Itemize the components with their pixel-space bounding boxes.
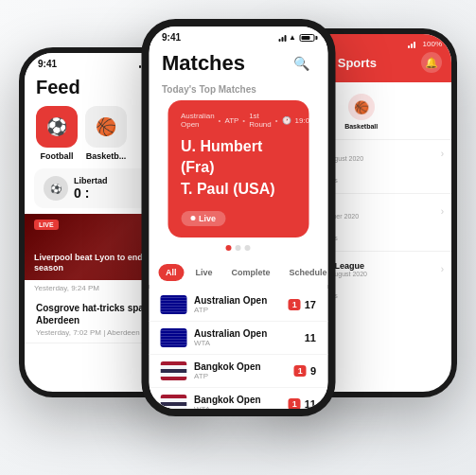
filter-schedule[interactable]: Schedule	[282, 264, 335, 281]
status-time-feed: 9:41	[38, 59, 57, 69]
flag-australia-1	[160, 295, 186, 314]
match-row[interactable]: Bangkok Open ATP 1 9	[149, 355, 327, 388]
match-info-4: Bangkok Open WTA	[194, 395, 281, 413]
tournament-1: Australian Open	[194, 295, 281, 306]
filter-tabs: All Live Complete Schedule	[149, 260, 327, 285]
tournament-2: Australian Open	[194, 328, 297, 339]
match-list: Australian Open ATP 1 17 Australian Open…	[149, 289, 327, 416]
match-row[interactable]: Australian Open ATP 1 17	[149, 289, 327, 322]
live-badge: LIVE	[34, 220, 59, 230]
matches-title: Matches	[162, 51, 245, 76]
filter-all[interactable]: All	[158, 264, 185, 281]
bell-icon[interactable]: 🔔	[421, 52, 442, 73]
basketball-label: Basketb...	[86, 151, 127, 161]
score-num-4: 11	[305, 398, 316, 410]
featured-players: U. Humbert (Fra) T. Paul (USA)	[181, 136, 295, 200]
top-matches-label: Today's Top Matches	[149, 84, 327, 100]
match-sub-3: ATP	[194, 372, 287, 380]
featured-match-card[interactable]: Australian Open • ATP • 1st Round • 🕐 19…	[167, 100, 309, 238]
match-row[interactable]: Bangkok Open WTA 1 11	[149, 388, 327, 416]
score-live-4: 1	[289, 398, 301, 410]
dot-separator-2: •	[242, 116, 245, 125]
featured-match-meta: Australian Open • ATP • 1st Round • 🕐 19…	[181, 112, 295, 129]
match-row[interactable]: Australian Open WTA 11	[149, 322, 327, 355]
team-logo: ⚽	[44, 176, 68, 201]
match-info-2: Australian Open WTA	[194, 328, 297, 347]
score-area-1: 1 17	[289, 299, 316, 310]
filter-complete[interactable]: Complete	[224, 264, 278, 281]
live-pill: Live	[181, 211, 225, 226]
wifi-icon-center: ▲	[289, 33, 296, 42]
dot-2	[236, 245, 241, 251]
signal-icon-center	[278, 34, 286, 42]
score-live-3: 1	[294, 365, 307, 377]
live-label: Live	[199, 214, 216, 223]
tournament-4: Bangkok Open	[194, 395, 281, 405]
match-sub-4: WTA	[194, 405, 281, 413]
card-pagination	[158, 238, 318, 255]
player-1: U. Humbert (Fra)	[181, 136, 295, 179]
live-dot	[190, 216, 195, 220]
status-time-matches: 9:41	[162, 32, 181, 43]
dot-1	[226, 245, 232, 251]
flag-thailand-2	[160, 395, 186, 413]
battery-icon-center	[299, 34, 314, 42]
football-icon: ⚽	[36, 106, 78, 148]
football-label: Football	[41, 151, 74, 161]
featured-time: 19:00	[295, 116, 314, 125]
featured-round: 1st Round	[249, 112, 272, 129]
score-num-1: 17	[305, 299, 316, 310]
featured-tournament: Australian Open	[181, 112, 215, 129]
chevron-right-icon-1: ›	[441, 149, 444, 159]
score-area-3: 1 9	[294, 365, 316, 377]
basketball-tab-icon: 🏀	[348, 94, 375, 120]
flag-australia-2	[160, 328, 186, 347]
phone-matches: 9:41 ▲ Matches 🔍 Today's Top Matches Aus…	[141, 19, 335, 416]
status-bar-matches: 9:41 ▲	[149, 26, 327, 44]
search-button[interactable]: 🔍	[288, 50, 314, 77]
score-num-3: 9	[310, 365, 316, 377]
match-sub-2: WTA	[194, 339, 297, 347]
tournament-3: Bangkok Open	[194, 361, 287, 372]
basketball-tab[interactable]: 🏀 Basketball	[337, 90, 385, 133]
filter-live[interactable]: Live	[188, 264, 220, 281]
dot-separator-3: •	[275, 116, 278, 125]
basketball-tab-label: Basketball	[344, 123, 378, 130]
match-sub-1: ATP	[194, 306, 281, 314]
match-info-3: Bangkok Open ATP	[194, 361, 287, 380]
dot-separator: •	[219, 116, 221, 125]
status-icons-matches: ▲	[278, 33, 314, 42]
basketball-icon: 🏀	[85, 106, 127, 148]
score-area-4: 1 11	[289, 398, 316, 410]
chevron-right-icon-3: ›	[441, 264, 444, 274]
score-area-2: 11	[305, 332, 316, 343]
flag-thailand-1	[160, 361, 186, 380]
score-live-1: 1	[289, 299, 301, 310]
match-info-1: Australian Open ATP	[194, 295, 281, 314]
featured-series: ATP	[224, 116, 238, 125]
clock-icon: 🕐	[282, 116, 291, 125]
chevron-right-icon-2: ›	[441, 206, 444, 217]
player-2: T. Paul (USA)	[181, 179, 295, 200]
score-num-2: 11	[305, 332, 316, 343]
dot-3	[245, 245, 251, 251]
battery-percent: 100%	[423, 40, 442, 48]
matches-header: Matches 🔍	[149, 44, 327, 84]
feed-category-football[interactable]: ⚽ Football	[36, 106, 78, 161]
signal-icon-right	[408, 41, 415, 48]
feed-category-basketball[interactable]: 🏀 Basketb...	[85, 106, 127, 161]
